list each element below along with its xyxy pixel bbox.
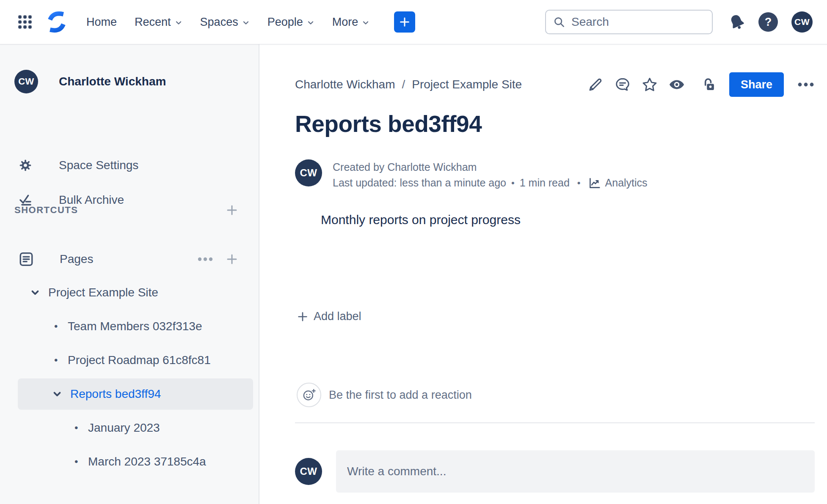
- space-name: Charlotte Wickham: [59, 75, 166, 88]
- breadcrumb-parent-page[interactable]: Project Example Site: [412, 78, 522, 91]
- byline: CW Created by Charlotte Wickham Last upd…: [295, 159, 648, 191]
- unlock-icon[interactable]: [700, 75, 718, 94]
- page-content: Charlotte Wickham / Project Example Site: [260, 44, 827, 504]
- last-updated[interactable]: Last updated: less than a minute ago: [333, 175, 506, 191]
- add-label-button[interactable]: Add label: [297, 310, 361, 323]
- selected-row-wrap: Reports bed3ff94: [0, 378, 259, 410]
- watch-eye-icon[interactable]: [667, 75, 686, 94]
- chevron-down-icon[interactable]: [52, 389, 63, 400]
- tree-item-team-members[interactable]: • Team Members 032f313e: [0, 310, 259, 343]
- search-box[interactable]: [545, 10, 713, 34]
- tree-item-label: Reports bed3ff94: [70, 387, 161, 401]
- tree-item-label: January 2023: [88, 421, 160, 435]
- pages-label: Pages: [60, 252, 93, 266]
- nav-people-label: People: [267, 16, 303, 29]
- comment-input[interactable]: [336, 450, 815, 493]
- help-icon[interactable]: ?: [758, 12, 778, 32]
- create-button[interactable]: [394, 11, 415, 33]
- shortcuts-label: SHORTCUTS: [14, 205, 78, 216]
- breadcrumb: Charlotte Wickham / Project Example Site: [295, 78, 522, 91]
- app-switcher-icon[interactable]: [16, 13, 34, 31]
- pages-more-icon[interactable]: [197, 257, 214, 262]
- analytics-chart-icon: [588, 177, 601, 189]
- commenter-avatar: CW: [295, 458, 322, 485]
- sidebar-item-space-settings[interactable]: Space Settings: [19, 158, 138, 173]
- user-avatar[interactable]: CW: [791, 11, 813, 33]
- plus-icon: [399, 16, 411, 28]
- page-header: Charlotte Wickham / Project Example Site: [295, 72, 815, 97]
- notifications-bell-icon[interactable]: [728, 13, 746, 31]
- tree-item-label: Project Example Site: [48, 286, 158, 299]
- chevron-down-icon: [362, 19, 369, 27]
- nav-people[interactable]: People: [267, 16, 314, 29]
- analytics-label: Analytics: [605, 175, 648, 191]
- nav-spaces-label: Spaces: [200, 16, 238, 29]
- avatar-initials: CW: [300, 167, 317, 179]
- nav-more-label: More: [332, 16, 358, 29]
- pages-section-header[interactable]: Pages: [14, 249, 238, 269]
- nav-spaces[interactable]: Spaces: [200, 16, 250, 29]
- tree-item-january-2023[interactable]: • January 2023: [0, 411, 259, 445]
- tree-item-march-2023[interactable]: • March 2023 37185c4a: [0, 445, 259, 479]
- created-by: Created by Charlotte Wickham: [333, 159, 648, 175]
- add-page-plus-icon[interactable]: [226, 253, 238, 266]
- tree-item-label: Project Roadmap 61c8fc81: [68, 353, 211, 367]
- tree-item-label: Team Members 032f313e: [68, 320, 202, 333]
- chevron-down-icon: [307, 19, 314, 27]
- space-settings-label: Space Settings: [59, 159, 138, 172]
- smiley-plus-icon: [301, 387, 317, 403]
- nav-recent[interactable]: Recent: [135, 16, 182, 29]
- bullet-icon: •: [54, 320, 68, 332]
- search-input[interactable]: [571, 15, 698, 29]
- avatar-initials: CW: [300, 466, 317, 477]
- share-button[interactable]: Share: [729, 72, 784, 97]
- nav-home[interactable]: Home: [86, 16, 117, 29]
- space-sidebar: CW Charlotte Wickham Space Settings: [0, 44, 259, 504]
- bullet-icon: •: [74, 456, 88, 468]
- chevron-down-icon: [175, 19, 182, 27]
- dot-separator: •: [511, 175, 515, 191]
- shortcuts-section-header: SHORTCUTS: [14, 203, 238, 217]
- nav-recent-label: Recent: [135, 16, 171, 29]
- help-glyph: ?: [765, 16, 772, 29]
- gear-icon: [19, 159, 32, 172]
- tree-item-project-roadmap[interactable]: • Project Roadmap 61c8fc81: [0, 343, 259, 377]
- reaction-prompt: Be the first to add a reaction: [329, 389, 472, 402]
- bullet-icon: •: [74, 422, 88, 434]
- section-divider: [295, 422, 815, 423]
- bullet-icon: •: [54, 354, 68, 366]
- page-more-icon[interactable]: [797, 75, 815, 94]
- tree-item-project-example-site[interactable]: Project Example Site: [0, 276, 259, 310]
- search-icon: [553, 16, 565, 28]
- nav-more[interactable]: More: [332, 16, 370, 29]
- nav-home-label: Home: [86, 16, 117, 29]
- author-avatar[interactable]: CW: [295, 159, 322, 186]
- pages-document-icon: [18, 251, 35, 268]
- comment-section: CW: [295, 450, 815, 493]
- confluence-logo-icon[interactable]: [45, 10, 69, 34]
- top-navbar: Home Recent Spaces People More: [0, 0, 827, 44]
- breadcrumb-space[interactable]: Charlotte Wickham: [295, 78, 395, 91]
- page-body-text: Monthly reports on project progress: [321, 213, 521, 227]
- tree-item-reports-selected[interactable]: Reports bed3ff94: [18, 378, 253, 410]
- dot-separator: •: [577, 175, 581, 191]
- add-shortcut-plus-icon[interactable]: [226, 204, 238, 216]
- read-time: 1 min read: [520, 175, 570, 191]
- plus-icon: [297, 311, 309, 323]
- tree-item-label: March 2023 37185c4a: [88, 455, 206, 468]
- analytics-link[interactable]: Analytics: [588, 175, 648, 191]
- chevron-down-icon: [242, 19, 250, 27]
- page-title: Reports bed3ff94: [295, 110, 482, 137]
- add-reaction-button[interactable]: [297, 383, 321, 407]
- chevron-down-icon[interactable]: [30, 287, 41, 298]
- breadcrumb-separator: /: [402, 78, 405, 91]
- edit-pencil-icon[interactable]: [586, 75, 605, 94]
- space-header[interactable]: CW Charlotte Wickham: [14, 70, 166, 93]
- page-tree: Project Example Site • Team Members 032f…: [0, 276, 259, 479]
- star-favorite-icon[interactable]: [640, 75, 659, 94]
- avatar-initials: CW: [18, 76, 34, 87]
- add-label-text: Add label: [314, 310, 361, 323]
- reaction-row: Be the first to add a reaction: [297, 383, 472, 407]
- avatar-initials: CW: [794, 17, 810, 27]
- comment-bubble-icon[interactable]: [613, 75, 632, 94]
